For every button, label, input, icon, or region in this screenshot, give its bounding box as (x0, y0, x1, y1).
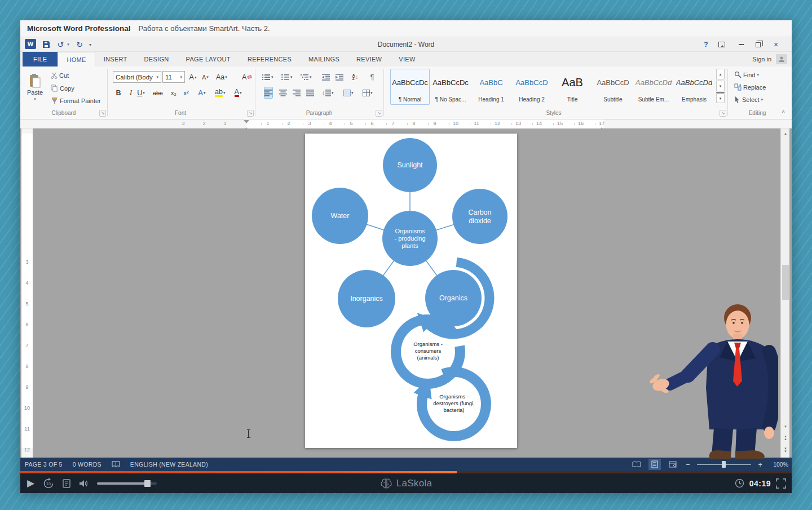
clipboard-dialog-launcher[interactable]: ↘ (99, 110, 106, 117)
restore-button[interactable] (750, 37, 766, 52)
style-subtle-emphasis[interactable]: AaBbCcDd Subtle Em... (634, 69, 673, 105)
format-painter-button[interactable]: Format Painter (48, 96, 103, 105)
word-logo-icon[interactable]: W (25, 39, 36, 49)
justify-button[interactable] (306, 87, 315, 99)
scroll-up-button[interactable]: ▴ (781, 128, 790, 138)
undo-dropdown[interactable]: ▾ (65, 39, 71, 50)
align-center-button[interactable] (279, 87, 288, 99)
help-button[interactable]: ? (698, 37, 714, 52)
style-heading1[interactable]: AaBbC Heading 1 (471, 69, 511, 105)
borders-button[interactable]: ▾ (362, 87, 373, 99)
styles-dialog-launcher[interactable]: ↘ (720, 110, 726, 117)
sign-in-link[interactable]: Sign in (752, 52, 771, 66)
ribbon-display-options-button[interactable] (714, 37, 730, 52)
replace-button[interactable]: Replace (732, 82, 768, 92)
collapse-ribbon-button[interactable]: ^ (778, 109, 788, 118)
font-family-combobox[interactable]: Calibri (Body ▾ (113, 71, 161, 83)
volume-slider-handle[interactable] (144, 480, 151, 487)
paste-button[interactable]: Paste ▾ (25, 69, 45, 106)
smartart-node-destroyers[interactable]: Organisms - destroyers (fungi, bacteria) (433, 393, 474, 413)
spellcheck-indicator[interactable] (112, 460, 120, 468)
volume-button[interactable] (79, 480, 89, 487)
qat-customize-button[interactable]: ▾ (87, 39, 94, 50)
tab-mailings[interactable]: MAILINGS (300, 52, 348, 66)
smartart-node-organics[interactable]: Organics (425, 270, 482, 326)
style-normal[interactable]: AaBbCcDc ¶ Normal (390, 69, 430, 105)
copy-button[interactable]: Copy (48, 83, 77, 93)
change-case-button[interactable]: Aa▾ (215, 71, 228, 83)
minimize-button[interactable] (733, 37, 749, 52)
vertical-scrollbar[interactable]: ▴ ▾ ▴▴ ▾▾ (780, 128, 789, 458)
styles-scroll-down[interactable]: ▾ (716, 81, 725, 91)
align-left-button[interactable] (264, 87, 273, 99)
smartart-node-sunlight[interactable]: Sunlight (383, 138, 437, 192)
tab-design[interactable]: DESIGN (136, 52, 178, 66)
undo-button[interactable]: ↺ (55, 39, 65, 50)
volume-slider[interactable] (97, 482, 157, 485)
show-hide-pilcrow-button[interactable]: ¶ (368, 71, 377, 83)
align-right-button[interactable] (292, 87, 301, 99)
smartart-node-water[interactable]: Water (312, 188, 368, 244)
superscript-button[interactable]: x² (182, 87, 191, 99)
style-title[interactable]: AaB Title (553, 69, 592, 105)
replay-10-button[interactable]: 10 (43, 478, 54, 489)
highlight-color-button[interactable]: ab▾ (214, 87, 226, 99)
style-no-spacing[interactable]: AaBbCcDc ¶ No Spac... (431, 69, 470, 105)
font-color-button[interactable]: A▾ (233, 87, 242, 99)
smartart-node-producing-plants[interactable]: Organisms - producing plants (382, 211, 438, 266)
shading-button[interactable]: ▾ (343, 87, 354, 99)
play-button[interactable]: ▶ (27, 478, 34, 488)
sort-button[interactable]: AZ ↓ (351, 71, 360, 83)
clear-formatting-button[interactable]: A (241, 71, 252, 83)
scrollbar-thumb[interactable] (782, 265, 789, 300)
line-spacing-button[interactable]: ↕ ▾ (321, 87, 334, 99)
tab-file[interactable]: FILE (23, 52, 58, 66)
multilevel-list-button[interactable]: ▾ (300, 71, 312, 83)
styles-scroll-up[interactable]: ▴ (716, 69, 725, 79)
scroll-down-button[interactable]: ▾ (781, 422, 790, 431)
smartart-node-consumers[interactable]: Organisms - consumers (animals) (413, 341, 443, 361)
underline-button[interactable]: U▾ (136, 87, 145, 99)
smartart-node-inorganics[interactable]: Inorganics (338, 270, 395, 327)
increase-indent-button[interactable] (335, 71, 344, 83)
smartart-node-carbon-dioxide[interactable]: Carbon dioxide (452, 189, 508, 244)
tab-review[interactable]: REVIEW (348, 52, 390, 66)
cut-button[interactable]: Cut (48, 71, 71, 80)
language-indicator[interactable]: ENGLISH (NEW ZEALAND) (130, 461, 208, 468)
style-emphasis[interactable]: AaBbCcDd Emphasis (674, 69, 714, 105)
bullets-button[interactable]: ▾ (262, 71, 274, 83)
paragraph-dialog-launcher[interactable]: ↘ (376, 110, 382, 117)
tab-view[interactable]: VIEW (390, 52, 423, 66)
numbering-button[interactable]: ▾ (281, 71, 293, 83)
save-button[interactable] (41, 39, 52, 50)
horizontal-ruler[interactable]: 3 2 1 1 2 3 4 5 6 7 8 9 10 11 12 13 14 1… (20, 119, 792, 128)
select-button[interactable]: Select ▾ (732, 95, 765, 104)
notes-button[interactable] (63, 479, 70, 488)
text-effects-button[interactable]: A▾ (197, 87, 206, 99)
strikethrough-button[interactable]: abc (152, 87, 164, 99)
decrease-indent-button[interactable] (321, 71, 330, 83)
vertical-ruler[interactable]: 3 4 5 6 7 8 9 10 11 12 13 14 15 16 (21, 128, 33, 458)
redo-button[interactable]: ↻ (74, 39, 85, 50)
subscript-button[interactable]: x₂ (169, 87, 178, 99)
grow-font-button[interactable]: A▴ (188, 71, 197, 83)
fullscreen-button[interactable] (776, 478, 786, 489)
next-page-button[interactable]: ▾▾ (781, 445, 790, 454)
zoom-slider[interactable] (697, 464, 751, 465)
previous-page-button[interactable]: ▴▴ (781, 433, 790, 442)
account-avatar[interactable] (776, 54, 787, 64)
read-mode-button[interactable] (630, 459, 643, 470)
tab-home[interactable]: HOME (58, 52, 95, 66)
bold-button[interactable]: B (114, 87, 123, 99)
tab-references[interactable]: REFERENCES (239, 52, 300, 66)
style-subtitle[interactable]: AaBbCcD Subtitle (593, 69, 633, 105)
word-count[interactable]: 0 WORDS (73, 461, 102, 468)
font-dialog-launcher[interactable]: ↘ (247, 110, 254, 117)
shrink-font-button[interactable]: A▾ (201, 71, 210, 83)
tab-insert[interactable]: INSERT (95, 52, 136, 66)
close-button[interactable]: × (768, 37, 784, 52)
tab-page-layout[interactable]: PAGE LAYOUT (178, 52, 239, 66)
page-indicator[interactable]: PAGE 3 OF 5 (25, 461, 63, 468)
styles-more-button[interactable]: ▾ (716, 92, 725, 103)
font-size-combobox[interactable]: 11 ▾ (162, 71, 185, 83)
